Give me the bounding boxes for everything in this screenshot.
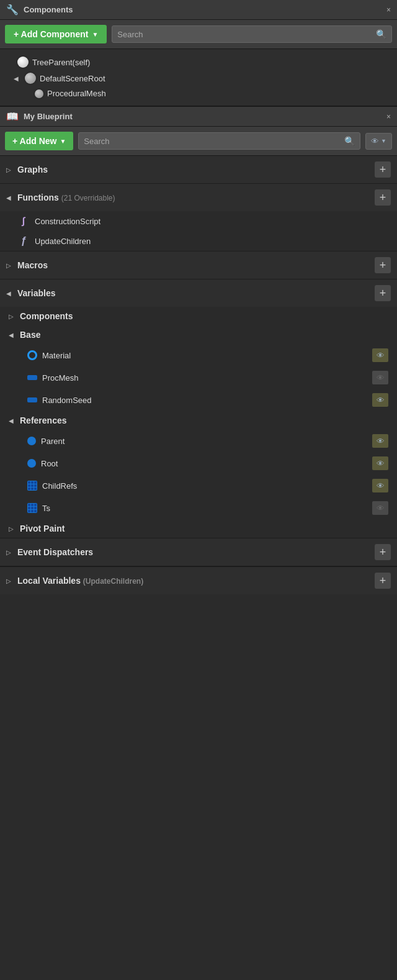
procmesh-eye-button[interactable]: 👁 [372,371,388,384]
blueprint-panel-icon: 📖 [6,111,19,122]
parent-eye-button[interactable]: 👁 [372,434,388,448]
procmesh-icon [27,375,37,380]
graphs-arrow: ▷ [6,166,14,173]
eye-visibility-button[interactable]: 👁 ▼ [365,133,392,150]
tree-item-proceduralmesh[interactable]: ProceduralMesh [0,86,397,101]
references-group-header[interactable]: ◀ References [0,411,397,430]
references-group-title: References [20,415,67,425]
components-panel-icon: 🔧 [6,4,19,16]
components-panel-header: 🔧 Components × [0,0,397,20]
components-search-input[interactable] [117,30,372,39]
functions-arrow: ◀ [6,194,14,201]
material-label: Material [42,351,367,360]
base-group-title: Base [20,330,40,340]
ts-item[interactable]: Ts 👁 [0,497,397,519]
add-component-button[interactable]: + Add Component ▼ [5,25,107,43]
functions-section: ◀ Functions (21 Overridable) + ∫ Constru… [0,184,397,252]
root-label: Root [41,459,367,468]
event-dispatchers-add-button[interactable]: + [375,544,391,560]
defaultsceneroot-label: DefaultSceneRoot [40,74,105,83]
material-item[interactable]: Material 👁 [0,344,397,366]
proceduralmesh-icon [35,89,43,98]
components-search-box: 🔍 [112,25,392,43]
local-variables-arrow: ▷ [6,578,14,584]
parent-item[interactable]: Parent 👁 [0,430,397,452]
functions-section-header[interactable]: ◀ Functions (21 Overridable) + [0,184,397,211]
event-dispatchers-arrow: ▷ [6,549,14,556]
ts-icon [27,503,37,513]
base-group-header[interactable]: ◀ Base [0,325,397,344]
blueprint-panel: 📖 My Blueprint × + Add New ▼ 🔍 👁 ▼ ▷ Gra… [0,107,397,594]
randomseed-item[interactable]: RandomSeed 👁 [0,389,397,411]
base-group-arrow: ◀ [9,332,16,338]
components-toolbar: + Add Component ▼ 🔍 [0,20,397,49]
functions-add-button[interactable]: + [375,189,391,206]
randomseed-icon [27,397,37,402]
functions-items: ∫ ConstructionScript ƒ UpdateChildren [0,211,397,251]
randomseed-label: RandomSeed [42,396,367,405]
variables-section-header[interactable]: ◀ Variables + [0,279,397,307]
construction-script-label: ConstructionScript [35,217,388,226]
procmesh-item[interactable]: ProcMesh 👁 [0,366,397,389]
local-variables-add-button[interactable]: + [375,573,391,589]
tree-item-defaultsceneroot[interactable]: ◀ DefaultSceneRoot [0,70,397,86]
graphs-add-button[interactable]: + [375,161,391,178]
childrefs-eye-button[interactable]: 👁 [372,479,388,492]
components-panel-close[interactable]: × [386,6,391,14]
macros-title: Macros [17,260,371,270]
blueprint-panel-close[interactable]: × [386,112,391,121]
variables-arrow: ◀ [6,290,14,297]
childrefs-item[interactable]: ChildRefs 👁 [0,474,397,497]
references-group-arrow: ◀ [9,417,16,424]
add-new-arrow: ▼ [60,138,66,145]
root-item[interactable]: Root 👁 [0,452,397,474]
event-dispatchers-header[interactable]: ▷ Event Dispatchers + [0,538,397,566]
parent-label: Parent [41,437,367,446]
add-component-label: + Add Component [14,29,88,39]
defaultsceneroot-icon [25,73,36,84]
childrefs-icon [27,481,37,491]
pivot-paint-group-header[interactable]: ▷ Pivot Paint [0,519,397,538]
procmesh-label: ProcMesh [42,373,367,383]
graphs-title: Graphs [17,165,371,175]
blueprint-search-box: 🔍 [78,132,360,150]
variables-items: ▷ Components ◀ Base Material 👁 ProcMesh … [0,307,397,538]
add-new-label: + Add New [12,136,56,146]
components-group-header[interactable]: ▷ Components [0,307,397,325]
local-variables-section: ▷ Local Variables (UpdateChildren) + [0,566,397,594]
tree-item-treeparent[interactable]: TreeParent(self) [0,54,397,70]
components-group-arrow: ▷ [9,313,16,320]
blueprint-panel-title: My Blueprint [24,112,381,121]
proceduralmesh-label: ProceduralMesh [47,89,106,98]
material-eye-button[interactable]: 👁 [372,348,388,362]
macros-section: ▷ Macros + [0,252,397,279]
macros-add-button[interactable]: + [375,257,391,273]
blueprint-panel-header: 📖 My Blueprint × [0,107,397,127]
treeparent-icon [17,57,29,68]
eye-dropdown-arrow: ▼ [381,138,386,144]
macros-arrow: ▷ [6,262,14,269]
randomseed-eye-button[interactable]: 👁 [372,393,388,407]
root-eye-button[interactable]: 👁 [372,456,388,470]
childrefs-label: ChildRefs [42,481,367,491]
ts-eye-button[interactable]: 👁 [372,501,388,515]
variables-section: ◀ Variables + ▷ Components ◀ Base Materi… [0,279,397,538]
blueprint-search-icon: 🔍 [344,136,355,146]
ts-label: Ts [42,504,367,513]
event-dispatchers-title: Event Dispatchers [17,547,371,557]
pivot-paint-group-arrow: ▷ [9,525,16,532]
blueprint-search-input[interactable] [84,137,341,146]
construction-script-item[interactable]: ∫ ConstructionScript [0,211,397,231]
update-children-item[interactable]: ƒ UpdateChildren [0,231,397,251]
component-tree: TreeParent(self) ◀ DefaultSceneRoot Proc… [0,49,397,107]
macros-section-header[interactable]: ▷ Macros + [0,252,397,279]
variables-title: Variables [17,288,371,298]
add-new-button[interactable]: + Add New ▼ [5,132,73,150]
graphs-section-header[interactable]: ▷ Graphs + [0,156,397,183]
functions-title: Functions (21 Overridable) [17,193,371,202]
graphs-section: ▷ Graphs + [0,156,397,184]
variables-add-button[interactable]: + [375,285,391,301]
components-panel-title: Components [24,5,381,14]
components-search-icon: 🔍 [376,29,386,39]
pivot-paint-group-title: Pivot Paint [20,524,65,533]
